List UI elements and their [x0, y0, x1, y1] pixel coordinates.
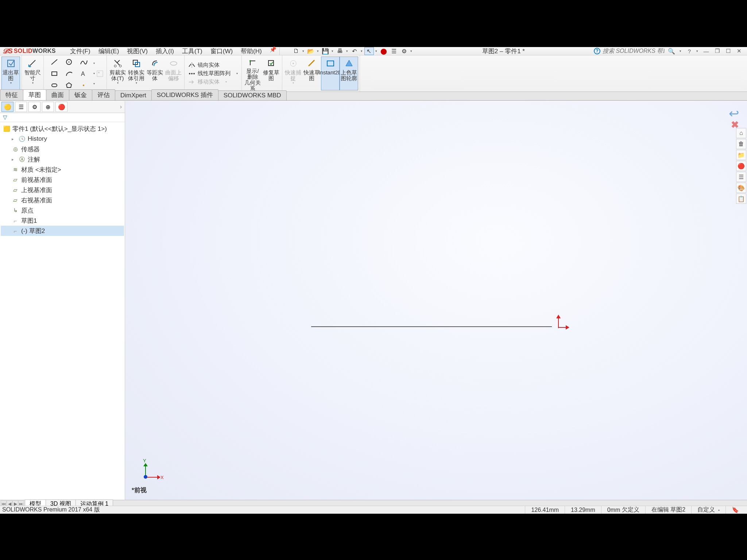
task-view-palette-icon[interactable]: ☰	[736, 172, 746, 182]
save-icon[interactable]: 💾	[321, 47, 330, 55]
task-resources-icon[interactable]: 🗑	[736, 139, 746, 149]
dropdown-icon[interactable]: ▾	[360, 49, 364, 53]
rebuild-icon[interactable]: ⬤	[379, 47, 388, 55]
polygon-tool-icon[interactable]	[62, 80, 76, 91]
chevron-down-icon[interactable]: ▾	[136, 81, 137, 85]
mirror-entities-button[interactable]: 镜向实体	[188, 62, 238, 69]
menu-window[interactable]: 窗口(W)	[206, 46, 237, 56]
open-file-icon[interactable]: 📂	[306, 47, 316, 55]
task-home-icon[interactable]: ⌂	[736, 128, 746, 138]
display-relations-button[interactable]: 显示/删除 几何关系 ▾	[243, 57, 262, 90]
tab-surface[interactable]: 曲面	[46, 89, 69, 100]
dropdown-icon[interactable]: ▾	[316, 49, 320, 53]
tree-material[interactable]: ≋ 材质 <未指定>	[1, 164, 124, 175]
menu-help[interactable]: 帮助(H)	[237, 46, 266, 56]
menu-view[interactable]: 视图(V)	[123, 46, 152, 56]
tab-sheetmetal[interactable]: 钣金	[69, 89, 92, 100]
tree-origin[interactable]: ↳ 原点	[1, 205, 124, 215]
undo-icon[interactable]: ↶	[350, 47, 359, 55]
tree-top-plane[interactable]: ▱ 上视基准面	[1, 185, 124, 195]
settings-gear-icon[interactable]: ⚙	[399, 47, 409, 55]
chevron-down-icon[interactable]: ▾	[10, 81, 12, 85]
chevron-down-icon[interactable]: ▾	[32, 81, 34, 85]
sketch-picture-icon[interactable]	[96, 70, 104, 78]
tree-root[interactable]: 🟨 零件1 (默认<<默认>_显示状态 1>)	[1, 124, 124, 134]
tab-sketch[interactable]: 草图	[23, 89, 46, 100]
convert-entities-button[interactable]: 转换实 体引用 ▾	[127, 57, 146, 90]
search-icon[interactable]: 🔍	[667, 47, 676, 55]
circle-tool-icon[interactable]	[62, 57, 76, 67]
dropdown-icon[interactable]: ▾	[375, 49, 378, 53]
tree-tab-dimxpert-icon[interactable]: ⊕	[42, 102, 54, 112]
menu-edit[interactable]: 编辑(E)	[94, 46, 123, 56]
restore-icon[interactable]: ❐	[713, 48, 721, 54]
tab-feature[interactable]: 特征	[0, 89, 23, 100]
task-appearance-icon[interactable]: 🎨	[736, 183, 746, 193]
status-tag-icon[interactable]: 🔖	[725, 506, 745, 514]
instant2d-button[interactable]: Instant2D	[321, 57, 340, 90]
task-design-lib-icon[interactable]: 📁	[736, 150, 746, 160]
dropdown-icon[interactable]: ▾	[345, 49, 349, 53]
tree-tab-feature-icon[interactable]: 🟡	[1, 102, 13, 112]
tree-tab-config-icon[interactable]: ⚙	[28, 102, 40, 112]
chevron-down-icon[interactable]: ▾	[236, 72, 238, 75]
tab-dimxpert[interactable]: DimXpert	[115, 90, 152, 100]
spline-tool-icon[interactable]	[77, 57, 90, 67]
linear-pattern-button[interactable]: 线性草图阵列 ▾	[188, 70, 238, 77]
tree-sketch2[interactable]: ⌐ (-) 草图2	[1, 226, 124, 236]
expand-icon[interactable]: ▸	[12, 137, 16, 141]
tab-mbd[interactable]: SOLIDWORKS MBD	[218, 90, 287, 100]
trim-entities-button[interactable]: 剪裁实 体(T) ▾	[108, 57, 127, 90]
tree-tab-property-icon[interactable]: ☰	[15, 102, 27, 112]
line-tool-icon[interactable]	[47, 57, 61, 67]
tab-addins[interactable]: SOLIDWORKS 插件	[151, 89, 218, 100]
task-custom-icon[interactable]: 📋	[736, 194, 746, 204]
offset-entities-button[interactable]: 等距实 体	[146, 57, 164, 90]
tree-sketch1[interactable]: ⌐ 草图1	[1, 215, 124, 226]
rectangle-tool-icon[interactable]	[47, 68, 61, 79]
exit-sketch-button[interactable]: 退出草 图 ▾	[1, 57, 20, 90]
menu-tools[interactable]: 工具(T)	[178, 46, 206, 56]
sketch-construction-line[interactable]	[311, 326, 552, 327]
expand-icon[interactable]: ▸	[12, 157, 16, 162]
dropdown-icon[interactable]: ▾	[410, 49, 413, 53]
chevron-down-icon[interactable]: ▾	[117, 81, 119, 85]
pin-icon[interactable]: 📌	[270, 46, 276, 56]
close-icon[interactable]: ✕	[735, 48, 743, 54]
menu-insert[interactable]: 插入(I)	[152, 46, 178, 56]
help-dropdown-icon[interactable]: ?	[686, 48, 693, 54]
text-tool-icon[interactable]: A	[77, 68, 90, 79]
tab-evaluate[interactable]: 评估	[92, 89, 115, 100]
funnel-icon[interactable]: ▽	[3, 114, 7, 121]
tree-front-plane[interactable]: ▱ 前视基准面	[1, 175, 124, 185]
graphics-area[interactable]: Y X *前视 ↩ ✖ ⌂ 🗑 📁 🔴 ☰ 🎨 📋	[125, 101, 747, 501]
select-cursor-icon[interactable]: ↖	[364, 47, 374, 55]
slot-tool-icon[interactable]	[47, 80, 61, 91]
repair-sketch-button[interactable]: 修复草 图	[262, 57, 280, 90]
dropdown-icon[interactable]: ▾	[302, 49, 305, 53]
tree-sensors[interactable]: ◎ 传感器	[1, 144, 124, 154]
point-tool-icon[interactable]	[77, 80, 90, 91]
search-input[interactable]	[603, 48, 665, 54]
task-explorer-icon[interactable]: 🔴	[736, 161, 746, 171]
rapid-sketch-button[interactable]: 快速草 图	[302, 57, 321, 90]
shaded-sketch-button[interactable]: 上色草 图轮廓	[340, 57, 358, 90]
confirm-ok-icon[interactable]: ↩	[729, 106, 739, 120]
new-file-icon[interactable]: 🗋	[291, 47, 301, 55]
tree-arrow-icon[interactable]: ›	[120, 104, 122, 110]
minimize-icon[interactable]: —	[703, 48, 710, 54]
tree-tab-display-icon[interactable]: 🔴	[55, 102, 67, 112]
tree-history[interactable]: ▸ 🕓 History	[1, 134, 124, 144]
help-icon[interactable]: ?	[594, 48, 600, 54]
dropdown-icon[interactable]: ▾	[331, 49, 334, 53]
status-custom[interactable]: 自定义 ▴	[691, 506, 725, 514]
maximize-icon[interactable]: ☐	[724, 48, 732, 54]
dropdown-icon[interactable]: ▾	[695, 49, 699, 53]
dropdown-icon[interactable]: ▾	[678, 49, 682, 53]
options-list-icon[interactable]: ☰	[389, 47, 399, 55]
tree-annotations[interactable]: ▸ Ⓐ 注解	[1, 154, 124, 164]
menu-file[interactable]: 文件(F)	[66, 46, 94, 56]
smart-dimension-button[interactable]: 智能尺 寸 ▾	[23, 57, 42, 90]
print-icon[interactable]: 🖶	[335, 47, 345, 55]
tree-right-plane[interactable]: ▱ 右视基准面	[1, 195, 124, 205]
